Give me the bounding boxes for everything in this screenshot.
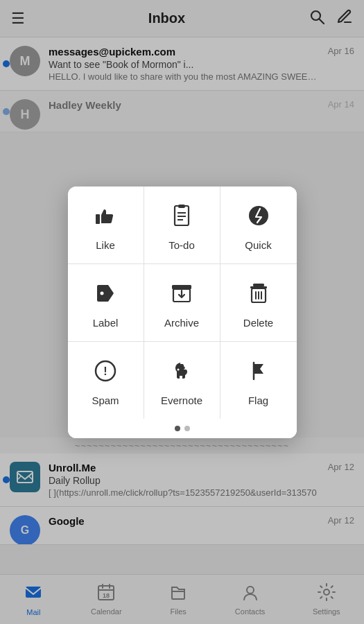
spam-label: Spam — [92, 395, 119, 406]
dot-2[interactable] — [184, 426, 190, 431]
svg-rect-2 — [96, 214, 100, 224]
todo-action[interactable]: To-do — [144, 187, 220, 264]
flag-icon — [245, 357, 272, 389]
evernote-icon — [168, 357, 196, 389]
label-label: Label — [93, 317, 119, 329]
svg-point-8 — [249, 206, 268, 225]
like-action[interactable]: Like — [68, 187, 144, 264]
todo-icon — [168, 202, 196, 234]
quick-icon — [245, 202, 272, 234]
archive-label: Archive — [164, 317, 199, 329]
delete-label: Delete — [243, 317, 273, 329]
svg-rect-12 — [253, 284, 264, 286]
like-icon — [92, 202, 119, 234]
modal-pagination — [68, 419, 297, 438]
flag-action[interactable]: Flag — [220, 342, 297, 419]
action-overlay[interactable]: Like To-do — [0, 0, 364, 624]
delete-icon — [245, 279, 272, 311]
quick-action[interactable]: Quick — [220, 187, 297, 264]
dot-1[interactable] — [175, 426, 180, 431]
svg-rect-4 — [178, 205, 185, 208]
label-action[interactable]: Label — [68, 264, 144, 342]
label-icon — [92, 279, 119, 311]
flag-label: Flag — [248, 395, 268, 406]
spam-icon: ! — [92, 357, 119, 389]
svg-text:!: ! — [103, 365, 107, 377]
todo-label: To-do — [168, 239, 195, 251]
quick-label: Quick — [245, 239, 271, 251]
archive-icon — [168, 279, 196, 311]
spam-action[interactable]: ! Spam — [68, 342, 144, 419]
delete-action[interactable]: Delete — [220, 264, 297, 342]
like-label: Like — [96, 239, 115, 251]
evernote-action[interactable]: Evernote — [144, 342, 220, 419]
svg-point-20 — [177, 368, 180, 370]
action-grid: Like To-do — [68, 187, 297, 419]
svg-point-9 — [101, 291, 104, 295]
archive-action[interactable]: Archive — [144, 264, 220, 342]
evernote-label: Evernote — [161, 395, 202, 406]
action-modal: Like To-do — [68, 187, 297, 438]
